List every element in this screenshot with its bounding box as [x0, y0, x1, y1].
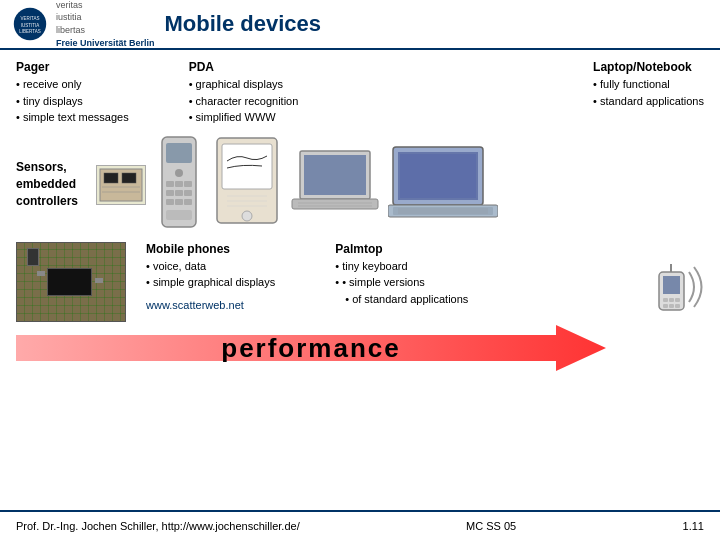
svg-rect-45 — [675, 298, 680, 302]
laptop-bullet-2: standard applications — [593, 93, 704, 110]
palmtop-bullet-2: • simple versions — [335, 274, 468, 291]
device-images-row — [96, 130, 704, 240]
devices-top-row: Pager receive only tiny displays simple … — [16, 60, 704, 126]
main-content: Pager receive only tiny displays simple … — [0, 50, 720, 372]
wireless-device-image — [649, 242, 704, 320]
pager-bullet-3: simple text messages — [16, 109, 129, 126]
mobile-phones-bullet-2: simple graphical displays — [146, 274, 275, 291]
palmtop-info: tiny keyboard • simple versions of stand… — [335, 258, 468, 308]
laptop-bullet-1: fully functional — [593, 76, 704, 93]
footer-slide: 1.11 — [683, 520, 704, 532]
svg-rect-43 — [663, 298, 668, 302]
footer-course: MC SS 05 — [466, 520, 516, 532]
palmtop-col: Palmtop tiny keyboard • simple versions … — [335, 242, 468, 320]
university-logo: VERITAS IUSTITIA LIBERTAS — [12, 6, 48, 42]
laptop-small-image — [290, 146, 380, 224]
svg-rect-44 — [669, 298, 674, 302]
svg-rect-15 — [166, 190, 174, 196]
performance-arrow: performance — [16, 325, 606, 371]
svg-rect-29 — [304, 155, 366, 195]
svg-rect-30 — [292, 199, 378, 209]
pager-bullet-2: tiny displays — [16, 93, 129, 110]
svg-rect-19 — [175, 199, 183, 205]
pda-bullet-1: graphical displays — [189, 76, 299, 93]
svg-text:LIBERTAS: LIBERTAS — [19, 29, 40, 34]
svg-text:VERITAS: VERITAS — [21, 16, 40, 21]
bottom-info-columns: Mobile phones voice, data simple graphic… — [136, 242, 704, 320]
sensors-label: Sensors, embedded controllers — [16, 159, 96, 209]
pager-info: receive only tiny displays simple text m… — [16, 76, 129, 126]
performance-label: performance — [221, 332, 401, 363]
svg-rect-20 — [184, 199, 192, 205]
svg-point-11 — [175, 169, 183, 177]
mobile-phone-image — [154, 135, 204, 235]
svg-rect-35 — [400, 154, 476, 198]
svg-rect-23 — [222, 144, 272, 189]
svg-rect-13 — [175, 181, 183, 187]
www-link[interactable]: www.scatterweb.net — [146, 299, 275, 311]
svg-point-27 — [242, 211, 252, 221]
sensors-images-row: Sensors, embedded controllers — [16, 130, 704, 240]
pda-label: PDA — [189, 60, 214, 74]
footer-professor: Prof. Dr.-Ing. Jochen Schiller, http://w… — [16, 520, 300, 532]
logo-area: VERITAS IUSTITIA LIBERTAS veritas iustit… — [12, 0, 155, 49]
pda-bullet-3: simplified WWW — [189, 109, 299, 126]
svg-rect-42 — [663, 276, 680, 294]
laptop-col: Laptop/Notebook fully functional standar… — [593, 60, 704, 126]
performance-section: performance — [16, 324, 704, 372]
page-title: Mobile devices — [165, 11, 322, 37]
sensor-image — [96, 165, 146, 205]
mobile-phones-bullet-1: voice, data — [146, 258, 275, 275]
svg-rect-12 — [166, 181, 174, 187]
mobile-phones-col: Mobile phones voice, data simple graphic… — [146, 242, 275, 320]
laptop-info: fully functional standard applications — [593, 76, 704, 109]
svg-rect-21 — [166, 210, 192, 220]
footer: Prof. Dr.-Ing. Jochen Schiller, http://w… — [0, 510, 720, 540]
pager-bullet-1: receive only — [16, 76, 129, 93]
svg-rect-18 — [166, 199, 174, 205]
logo-text: veritas iustitia libertas Freie Universi… — [56, 0, 155, 49]
pda-col: PDA graphical displays character recogni… — [189, 60, 299, 126]
mobile-phones-info: voice, data simple graphical displays — [146, 258, 275, 291]
pager-col: Pager receive only tiny displays simple … — [16, 60, 129, 126]
svg-rect-47 — [669, 304, 674, 308]
header: VERITAS IUSTITIA LIBERTAS veritas iustit… — [0, 0, 720, 50]
palmtop-bullet-3: of standard applications — [335, 291, 468, 308]
notebook-image — [388, 143, 498, 226]
svg-rect-5 — [104, 173, 118, 183]
mobile-phones-label: Mobile phones — [146, 242, 275, 256]
palmtop-bullet-1: tiny keyboard — [335, 258, 468, 275]
palmtop-label: Palmtop — [335, 242, 468, 256]
svg-rect-14 — [184, 181, 192, 187]
circuit-board-image — [16, 242, 126, 322]
pda-image — [212, 136, 282, 234]
pda-info: graphical displays character recognition… — [189, 76, 299, 126]
svg-text:IUSTITIA: IUSTITIA — [21, 23, 40, 28]
bottom-section: Mobile phones voice, data simple graphic… — [16, 242, 704, 322]
svg-rect-48 — [675, 304, 680, 308]
svg-rect-10 — [166, 143, 192, 163]
svg-rect-16 — [175, 190, 183, 196]
laptop-label: Laptop/Notebook — [593, 60, 692, 74]
svg-rect-6 — [122, 173, 136, 183]
pda-bullet-2: character recognition — [189, 93, 299, 110]
svg-rect-17 — [184, 190, 192, 196]
svg-rect-46 — [663, 304, 668, 308]
pager-label: Pager — [16, 60, 49, 74]
